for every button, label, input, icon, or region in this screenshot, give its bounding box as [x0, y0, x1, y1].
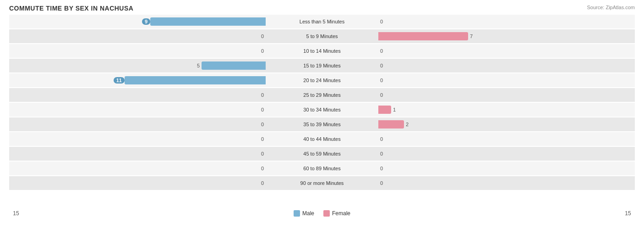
left-bar-area: 9 [9, 15, 266, 28]
row-label: Less than 5 Minutes [266, 19, 378, 24]
row-label: 10 to 14 Minutes [266, 48, 378, 54]
chart-container: COMMUTE TIME BY SEX IN NACHUSA Source: Z… [0, 0, 644, 240]
chart-row: 9 Less than 5 Minutes 0 [9, 15, 635, 28]
axis-left-label: 15 [9, 210, 23, 217]
legend-female-box [323, 210, 330, 217]
legend-male-label: Male [302, 210, 314, 217]
right-bar-area: 7 [378, 29, 635, 43]
chart-row: 0 60 to 89 Minutes 0 [9, 162, 635, 175]
legend-male-box [294, 210, 300, 217]
row-label: 20 to 24 Minutes [266, 78, 378, 83]
chart-row: 0 45 to 59 Minutes 0 [9, 147, 635, 161]
left-bar-area: 0 [9, 103, 266, 117]
chart-row: 0 5 to 9 Minutes 7 [9, 29, 635, 43]
left-bar-area: 0 [9, 132, 266, 146]
chart-row: 0 90 or more Minutes 0 [9, 176, 635, 190]
left-bar-area: 0 [9, 117, 266, 131]
left-bar-area: 0 [9, 162, 266, 175]
legend-female: Female [323, 210, 350, 217]
left-bar-area: 0 [9, 176, 266, 190]
chart-row: 11 20 to 24 Minutes 0 [9, 73, 635, 87]
right-bar-area: 0 [378, 132, 635, 146]
right-bar-area: 0 [378, 147, 635, 161]
right-bar-area: 1 [378, 103, 635, 117]
left-bar-area: 0 [9, 29, 266, 43]
chart-row: 0 40 to 44 Minutes 0 [9, 132, 635, 146]
right-bar-area: 0 [378, 88, 635, 102]
legend-male: Male [294, 210, 314, 217]
axis-right-label: 15 [621, 210, 635, 217]
left-bar-area: 5 [9, 59, 266, 73]
chart-row: 0 10 to 14 Minutes 0 [9, 44, 635, 58]
row-label: 35 to 39 Minutes [266, 122, 378, 127]
left-bar-area: 0 [9, 147, 266, 161]
row-label: 25 to 29 Minutes [266, 92, 378, 98]
bar-male: 11 [125, 76, 266, 84]
right-bar-area: 0 [378, 44, 635, 58]
right-bar-area: 2 [378, 117, 635, 131]
chart-title: COMMUTE TIME BY SEX IN NACHUSA [9, 5, 635, 12]
left-bar-area: 0 [9, 44, 266, 58]
right-bar-area: 0 [378, 176, 635, 190]
row-label: 40 to 44 Minutes [266, 136, 378, 142]
row-label: 45 to 59 Minutes [266, 151, 378, 156]
right-bar-area: 0 [378, 15, 635, 28]
chart-row: 0 30 to 34 Minutes 1 [9, 103, 635, 117]
axis-bottom: 15 Male Female 15 [9, 210, 635, 217]
row-label: 15 to 19 Minutes [266, 63, 378, 68]
right-bar-area: 0 [378, 73, 635, 87]
row-label: 90 or more Minutes [266, 180, 378, 186]
bar-male: 9 [150, 17, 266, 26]
chart-area: 9 Less than 5 Minutes 0 0 5 to 9 Minutes… [9, 15, 635, 207]
left-bar-area: 0 [9, 88, 266, 102]
chart-row: 0 35 to 39 Minutes 2 [9, 117, 635, 131]
bar-female: 1 [378, 106, 391, 114]
chart-row: 0 25 to 29 Minutes 0 [9, 88, 635, 102]
legend: Male Female [23, 210, 621, 217]
right-bar-area: 0 [378, 59, 635, 73]
legend-female-label: Female [332, 210, 350, 217]
bar-female: 2 [378, 120, 404, 128]
bar-female: 7 [378, 32, 468, 40]
source-label: Source: ZipAtlas.com [587, 5, 635, 10]
left-bar-area: 11 [9, 73, 266, 87]
row-label: 30 to 34 Minutes [266, 107, 378, 112]
bar-male: 5 [202, 61, 266, 70]
right-bar-area: 0 [378, 162, 635, 175]
row-label: 5 to 9 Minutes [266, 33, 378, 39]
row-label: 60 to 89 Minutes [266, 166, 378, 171]
chart-row: 5 15 to 19 Minutes 0 [9, 59, 635, 73]
